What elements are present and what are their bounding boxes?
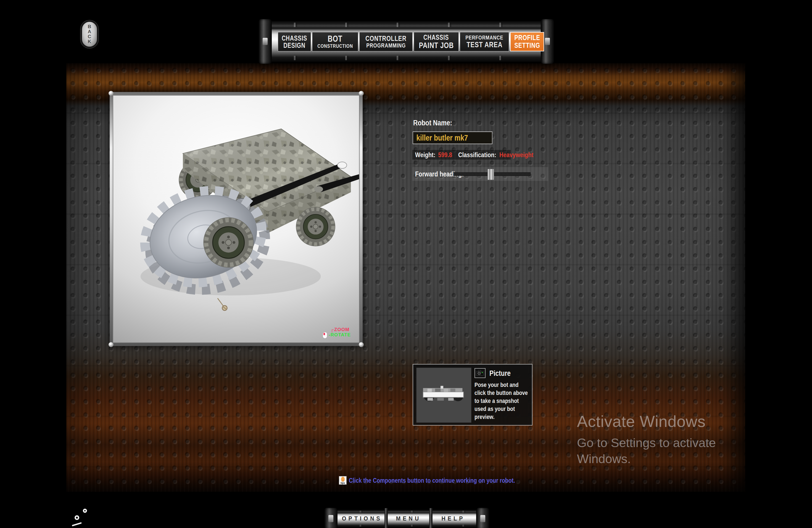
top-nav-rail: CHASSIS DESIGN BOT CONSTRUCTION CONTROLL… bbox=[262, 21, 551, 62]
classification-label: Classification: bbox=[458, 151, 496, 159]
camera-icon bbox=[476, 370, 484, 376]
tab-chassis-design[interactable]: CHASSIS DESIGN bbox=[278, 32, 311, 52]
tab-profile-setting[interactable]: PROFILE SETTING bbox=[510, 32, 545, 52]
hint-text: Click the Components button to continue … bbox=[349, 477, 515, 484]
wheel bbox=[296, 207, 335, 246]
bot-3d-viewport[interactable]: ZOOM ROTATE bbox=[113, 95, 360, 343]
windows-watermark: Activate Windows Go to Settings to activ… bbox=[577, 412, 731, 467]
ring-icon bbox=[83, 509, 87, 513]
watermark-body: Go to Settings to activate Windows. bbox=[577, 435, 721, 467]
menu-button[interactable]: MENU bbox=[390, 510, 427, 527]
back-letter: A bbox=[88, 29, 91, 34]
robot-render bbox=[113, 96, 359, 342]
bottom-buttons: OPTIONS MENU HELP bbox=[340, 510, 474, 527]
slash-icon bbox=[72, 522, 82, 526]
bot-snapshot-thumbnail bbox=[416, 368, 472, 423]
bar-joint bbox=[429, 508, 433, 528]
mouse-icon bbox=[323, 332, 327, 339]
back-letter: B bbox=[88, 24, 91, 29]
tool-cursor bbox=[218, 298, 227, 311]
tab-bot-construction[interactable]: BOT CONSTRUCTION bbox=[312, 32, 358, 52]
tab-performance-test-area[interactable]: PERFORMANCE TEST AREA bbox=[460, 32, 509, 52]
classification-value: Heavyweight bbox=[499, 151, 533, 159]
picture-title: Picture bbox=[489, 369, 515, 378]
rail-end-cap bbox=[476, 508, 489, 528]
percent-mark bbox=[72, 507, 96, 528]
picture-panel: Picture Pose your bot and click the butt… bbox=[412, 364, 533, 426]
help-button[interactable]: HELP bbox=[435, 510, 472, 527]
tab-controller-programming[interactable]: CONTROLLER PROGRAMMING bbox=[359, 32, 412, 52]
picture-description: Pose your bot and click the button above… bbox=[475, 381, 530, 421]
weight-label: Weight: bbox=[415, 151, 436, 159]
weight-value: 599.8 bbox=[438, 151, 452, 159]
nav-tabs: CHASSIS DESIGN BOT CONSTRUCTION CONTROLL… bbox=[278, 32, 535, 52]
game-screen: B A C K CHASSIS DESIGN BOT CONSTRUCTION … bbox=[0, 0, 812, 528]
forward-heading-row: Forward heading: bbox=[412, 167, 548, 181]
rail-end-cap bbox=[259, 19, 272, 64]
back-button[interactable]: B A C K bbox=[81, 20, 98, 48]
bot-preview-frame: ZOOM ROTATE bbox=[110, 92, 363, 346]
robot-name-label: Robot Name: bbox=[413, 119, 460, 127]
rail-end-cap bbox=[324, 508, 337, 528]
ring-icon bbox=[75, 515, 79, 520]
bot-side-view bbox=[417, 368, 471, 423]
back-letter: K bbox=[88, 39, 91, 44]
tips-icon: tips bbox=[339, 476, 347, 485]
forward-heading-slider-handle[interactable] bbox=[488, 169, 494, 180]
bottom-bar: OPTIONS MENU HELP bbox=[328, 510, 486, 527]
forward-heading-slider-track[interactable] bbox=[454, 172, 531, 176]
wheel bbox=[203, 217, 253, 268]
weight-row: Weight:599.8Classification: Heavyweight bbox=[412, 150, 511, 160]
tab-chassis-paint-job[interactable]: CHASSIS PAINT JOB bbox=[414, 32, 459, 52]
zoom-label: ZOOM bbox=[330, 327, 349, 333]
robot-name-input[interactable] bbox=[412, 131, 492, 144]
back-letter: C bbox=[88, 34, 91, 39]
lightbulb-icon bbox=[341, 476, 345, 482]
options-button[interactable]: OPTIONS bbox=[342, 510, 382, 527]
rotate-label: ROTATE bbox=[329, 332, 351, 338]
view-controls-legend: ZOOM ROTATE bbox=[322, 327, 355, 340]
bar-joint bbox=[385, 508, 388, 528]
take-snapshot-button[interactable] bbox=[475, 368, 485, 378]
watermark-title: Activate Windows bbox=[577, 412, 731, 430]
